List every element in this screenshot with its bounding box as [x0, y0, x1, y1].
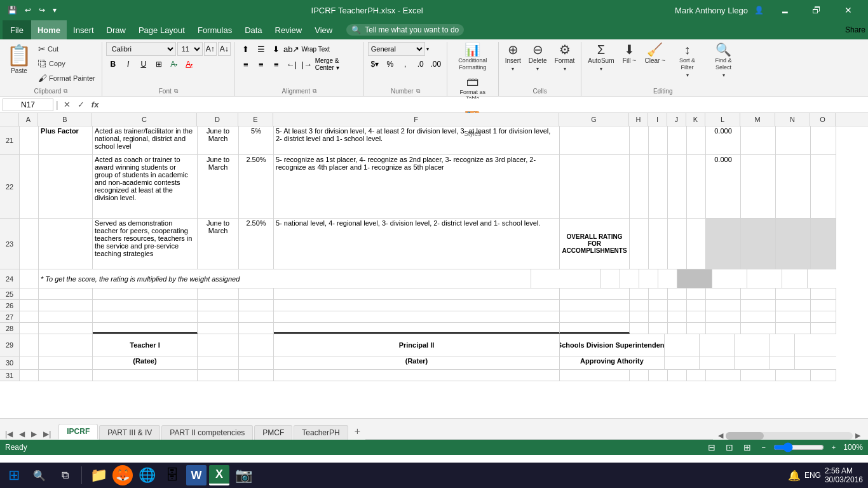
- account-icon[interactable]: 👤: [752, 4, 766, 16]
- row-header-23[interactable]: 23: [0, 219, 19, 269]
- cell-i26[interactable]: [649, 300, 668, 311]
- row-header-26[interactable]: 26: [0, 300, 19, 311]
- home-menu[interactable]: Home: [31, 20, 67, 39]
- cell-d21[interactable]: June to March: [198, 126, 239, 154]
- start-button[interactable]: ⊞: [3, 464, 25, 487]
- zoom-slider[interactable]: [773, 442, 824, 452]
- cell-i23[interactable]: [649, 219, 668, 269]
- cell-e23[interactable]: 2.50%: [239, 219, 274, 269]
- cell-o26[interactable]: [811, 300, 836, 311]
- cell-n21[interactable]: [776, 126, 811, 154]
- cell-n26[interactable]: [776, 300, 811, 311]
- customize-qat-button[interactable]: ▾: [50, 4, 59, 16]
- cell-g26[interactable]: [560, 300, 630, 311]
- excel-app[interactable]: X: [209, 465, 229, 485]
- cell-g22[interactable]: [560, 155, 630, 218]
- cell-e28[interactable]: [239, 323, 274, 334]
- close-button[interactable]: ✕: [834, 0, 863, 20]
- col-header-n[interactable]: N: [775, 113, 810, 126]
- cell-n28[interactable]: [776, 323, 811, 334]
- cell-n24[interactable]: [747, 269, 782, 288]
- cell-k27[interactable]: [687, 311, 706, 322]
- cell-a30[interactable]: [20, 356, 39, 369]
- cell-m25[interactable]: [741, 288, 776, 299]
- sheet-tab-part3-4[interactable]: PART III & IV: [99, 425, 160, 440]
- cell-m30[interactable]: [700, 356, 735, 369]
- cell-l26[interactable]: [706, 300, 741, 311]
- delete-button[interactable]: ⊖ Delete ▾: [526, 42, 550, 73]
- cell-h24[interactable]: [601, 269, 620, 288]
- cell-j27[interactable]: [668, 311, 687, 322]
- cell-f21[interactable]: 5- At least 3 for division level, 4- at …: [274, 126, 560, 154]
- increase-font-size-button[interactable]: A↑: [204, 42, 217, 56]
- cell-k26[interactable]: [687, 300, 706, 311]
- cell-e26[interactable]: [239, 300, 274, 311]
- cell-f31[interactable]: [274, 370, 560, 381]
- cell-m21[interactable]: [741, 126, 776, 154]
- insert-button[interactable]: ⊕ Insert ▾: [503, 42, 524, 73]
- cell-h21[interactable]: [630, 126, 649, 154]
- cell-i31[interactable]: [649, 370, 668, 381]
- border-button[interactable]: ⊞: [152, 57, 166, 71]
- cell-f25[interactable]: [274, 288, 560, 299]
- cell-e27[interactable]: [239, 311, 274, 322]
- font-color-button[interactable]: A▾: [182, 57, 196, 71]
- cell-g24[interactable]: [531, 269, 601, 288]
- first-sheet-button[interactable]: |◀: [3, 428, 15, 440]
- cell-b23[interactable]: [39, 219, 93, 269]
- confirm-formula-button[interactable]: ✓: [75, 98, 88, 111]
- formulas-menu[interactable]: Formulas: [191, 20, 238, 39]
- cell-g30-k30[interactable]: Approving Athority: [560, 356, 665, 369]
- center-align-button[interactable]: ≡: [254, 57, 268, 71]
- cell-i22[interactable]: [649, 155, 668, 218]
- cell-o23[interactable]: [811, 219, 836, 269]
- cell-e31[interactable]: [239, 370, 274, 381]
- find-select-button[interactable]: 🔍 Find & Select ▾: [707, 42, 740, 79]
- cell-a26[interactable]: [20, 300, 39, 311]
- cell-b26[interactable]: [39, 300, 93, 311]
- sheet-scroll[interactable]: 21 22 23 24 25 26 27 28 29 30 31 Plus Fa…: [0, 126, 868, 418]
- cell-d28[interactable]: [198, 323, 239, 334]
- col-header-b[interactable]: B: [38, 113, 92, 126]
- cell-j26[interactable]: [668, 300, 687, 311]
- cell-b22[interactable]: [39, 155, 93, 218]
- cell-k25[interactable]: [687, 288, 706, 299]
- cell-i27[interactable]: [649, 311, 668, 322]
- insert-function-button[interactable]: fx: [89, 98, 102, 111]
- cell-b21[interactable]: Plus Factor: [39, 126, 93, 154]
- notification-icon[interactable]: 🔔: [788, 470, 801, 482]
- wrap-text-button[interactable]: Wrap Text: [300, 42, 332, 56]
- word-app[interactable]: W: [186, 465, 207, 485]
- col-header-m[interactable]: M: [740, 113, 775, 126]
- row-header-27[interactable]: 27: [0, 311, 19, 323]
- col-header-j[interactable]: J: [667, 113, 686, 126]
- cell-o21[interactable]: [811, 126, 836, 154]
- cell-o24[interactable]: [782, 269, 808, 288]
- cell-d27[interactable]: [198, 311, 239, 322]
- zoom-in-button[interactable]: +: [832, 444, 836, 451]
- cell-a23[interactable]: [20, 219, 39, 269]
- chrome-app[interactable]: 🌐: [135, 464, 158, 487]
- cell-j31[interactable]: [668, 370, 687, 381]
- cell-o27[interactable]: [811, 311, 836, 322]
- cell-e22[interactable]: 2.50%: [239, 155, 274, 218]
- cell-d23[interactable]: June to March: [198, 219, 239, 269]
- left-align-button[interactable]: ≡: [239, 57, 253, 71]
- cell-l28[interactable]: [706, 323, 741, 334]
- database-app[interactable]: 🗄: [161, 464, 184, 487]
- file-explorer-app[interactable]: 📁: [87, 464, 110, 487]
- add-sheet-button[interactable]: +: [349, 423, 365, 440]
- italic-button[interactable]: I: [121, 57, 135, 71]
- copy-button[interactable]: ⿻ Copy: [36, 57, 98, 71]
- cell-l23[interactable]: [706, 219, 741, 269]
- tell-me-input[interactable]: 🔍 Tell me what you want to do: [346, 24, 464, 36]
- cell-m31[interactable]: [741, 370, 776, 381]
- fill-button[interactable]: ⬇ Fill ~: [619, 42, 639, 66]
- cell-g21[interactable]: [560, 126, 630, 154]
- bottom-align-button[interactable]: ⬇: [269, 42, 283, 56]
- cell-k21[interactable]: [687, 126, 706, 154]
- col-header-l[interactable]: L: [705, 113, 740, 126]
- row-header-29[interactable]: 29: [0, 334, 19, 356]
- col-header-i[interactable]: I: [648, 113, 667, 126]
- view-menu[interactable]: View: [308, 20, 339, 39]
